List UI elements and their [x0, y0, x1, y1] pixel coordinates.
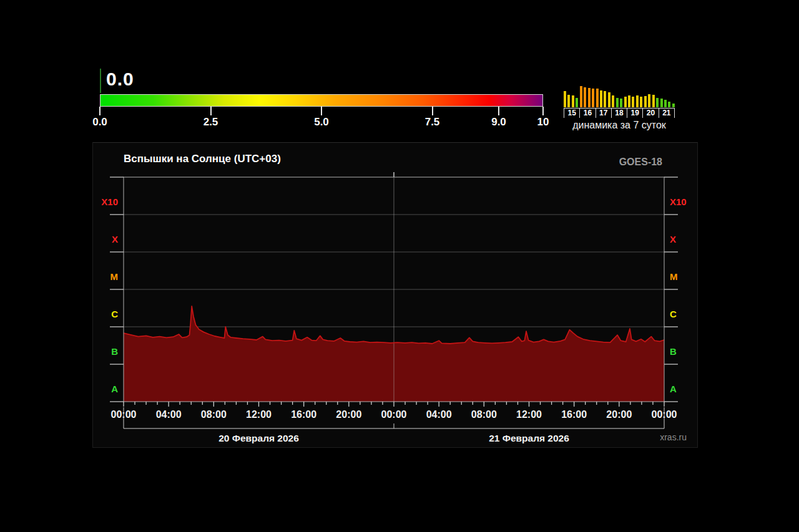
- mini-bar: [672, 104, 675, 107]
- flare-plot: 00:0004:0008:0012:0016:0020:0000:0004:00…: [93, 143, 699, 448]
- mini-bar: [620, 99, 622, 107]
- mini-day-label: 15: [564, 109, 579, 118]
- mini-day-axis: 15161718192021: [564, 108, 675, 118]
- gauge-tick-label: 5.0: [304, 116, 339, 128]
- mini-bar: [648, 94, 650, 107]
- gauge-tick: [99, 107, 100, 115]
- mini-bar: [612, 95, 614, 107]
- svg-text:21 Февраля 2026: 21 Февраля 2026: [489, 433, 569, 443]
- svg-text:20:00: 20:00: [336, 409, 361, 420]
- mini-bar: [668, 102, 670, 107]
- gauge-gradient-bar: [100, 94, 543, 107]
- svg-text:X10: X10: [101, 196, 118, 207]
- mini-day-label: 16: [579, 109, 595, 118]
- svg-text:B: B: [111, 346, 118, 357]
- mini-bar: [580, 86, 582, 107]
- gauge-tick-label: 9.0: [481, 116, 516, 128]
- svg-text:B: B: [670, 346, 677, 357]
- gauge-tick: [542, 107, 544, 115]
- mini-bar: [596, 89, 599, 107]
- mini-bar: [628, 95, 630, 107]
- svg-text:C: C: [111, 309, 118, 319]
- mini-bar: [608, 92, 610, 107]
- mini-bar: [616, 98, 619, 107]
- gauge-current-value: 0.0: [106, 69, 134, 90]
- svg-text:00:00: 00:00: [381, 409, 407, 420]
- svg-text:M: M: [670, 271, 678, 282]
- mini-bar: [567, 95, 570, 107]
- svg-text:04:00: 04:00: [426, 409, 452, 420]
- flare-chart-panel: Вспышки на Солнце (UTC+03) GOES-18 00:00…: [92, 142, 698, 448]
- mini-day-label: 17: [596, 109, 611, 118]
- gauge-tick-label: 2.5: [194, 116, 228, 128]
- mini-bar: [584, 87, 586, 107]
- svg-text:X: X: [670, 234, 676, 244]
- mini-day-label: 20: [642, 109, 658, 118]
- mini-bar: [632, 97, 634, 107]
- gauge-tick-label: 7.5: [415, 116, 450, 128]
- mini-bar: [644, 96, 647, 107]
- mini-bar: [572, 95, 574, 107]
- svg-text:20 Февраля 2026: 20 Февраля 2026: [218, 433, 299, 443]
- svg-text:12:00: 12:00: [246, 409, 272, 420]
- svg-text:A: A: [111, 384, 118, 394]
- svg-text:08:00: 08:00: [471, 409, 497, 420]
- mini-chart-caption: динамика за 7 суток: [564, 120, 675, 131]
- svg-text:X10: X10: [670, 196, 687, 207]
- svg-text:04:00: 04:00: [156, 409, 182, 420]
- site-watermark-link[interactable]: xras.ru: [660, 432, 687, 442]
- gauge-tick: [210, 107, 212, 115]
- solar-activity-page: 0.0 0.02.55.07.59.010 15161718192021 дин…: [0, 0, 799, 532]
- mini-bar: [664, 100, 667, 107]
- mini-bar-area: [564, 85, 675, 107]
- svg-text:A: A: [670, 384, 677, 394]
- mini-bar: [660, 99, 663, 107]
- svg-text:16:00: 16:00: [291, 409, 316, 420]
- svg-text:X: X: [112, 234, 118, 244]
- mini-bar: [652, 95, 655, 107]
- mini-day-label: 21: [659, 109, 675, 118]
- svg-text:12:00: 12:00: [516, 409, 542, 420]
- mini-bar: [656, 98, 659, 107]
- mini-bar: [588, 88, 591, 107]
- gauge-tick: [432, 107, 433, 115]
- gauge-tick-label: 10: [526, 116, 561, 128]
- svg-text:16:00: 16:00: [561, 409, 587, 420]
- mini-bar: [636, 95, 639, 107]
- svg-text:20:00: 20:00: [606, 409, 632, 420]
- gauge-tick-label: 0.0: [82, 116, 117, 128]
- gauge-tick: [321, 107, 322, 115]
- svg-text:08:00: 08:00: [201, 409, 227, 420]
- mini-bar: [576, 98, 578, 107]
- mini-bar: [640, 97, 642, 107]
- mini-day-label: 19: [627, 109, 642, 118]
- mini-bar: [604, 91, 606, 107]
- svg-text:C: C: [670, 309, 677, 319]
- svg-text:M: M: [110, 271, 119, 282]
- mini-bar: [592, 89, 594, 107]
- mini-bar: [624, 97, 627, 107]
- mini-day-label: 18: [611, 109, 627, 118]
- mini-bar: [564, 91, 566, 107]
- gauge-indicator-line: [100, 69, 101, 93]
- gauge-tick: [498, 107, 499, 115]
- mini-bar: [600, 90, 602, 107]
- seven-day-dynamics-chart: 15161718192021 динамика за 7 суток: [564, 85, 675, 131]
